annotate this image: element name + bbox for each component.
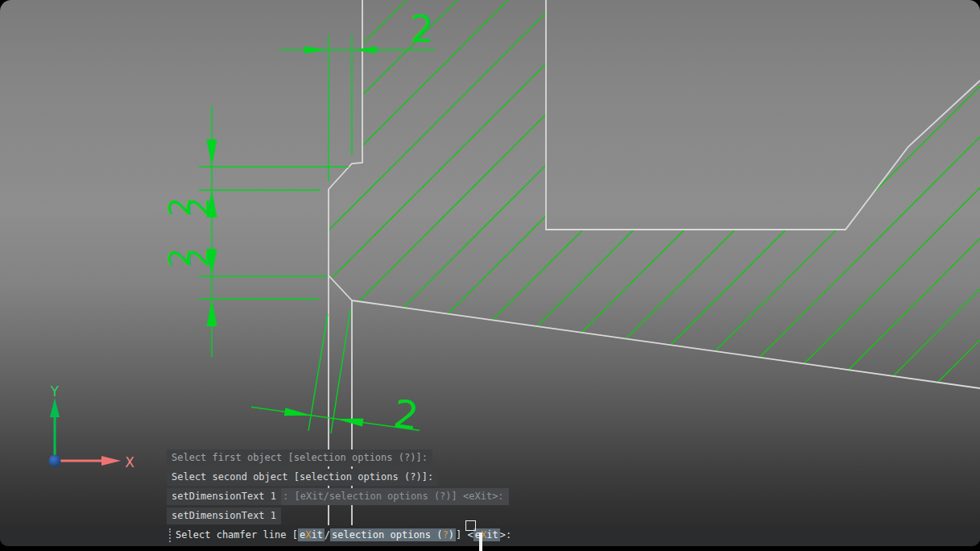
command-history-line: setDimensionText 1: [eXit/selection opti… bbox=[167, 488, 509, 505]
command-keyword-chip[interactable]: selection options (?) bbox=[330, 528, 456, 541]
command-window: Select first object [selection options (… bbox=[0, 0, 980, 546]
command-prompt-text: Select chamfer line [ bbox=[176, 529, 298, 541]
command-keyword-chip[interactable]: eXit bbox=[473, 528, 500, 541]
pickbox-cursor bbox=[465, 520, 476, 531]
command-history-text: Select first object [selection options (… bbox=[167, 450, 432, 466]
command-history-ghost-text: : [eXit/selection options (?)] <eXit>: bbox=[281, 488, 509, 505]
command-keyword-chip[interactable]: eXit bbox=[298, 528, 325, 541]
command-prompt-text: / bbox=[325, 529, 330, 541]
command-drag-handle-icon[interactable] bbox=[169, 528, 171, 542]
command-prompt-text: ] < bbox=[456, 529, 473, 541]
command-prompt[interactable]: Select chamfer line [eXit/selection opti… bbox=[176, 529, 511, 541]
command-keyword-accent: ? bbox=[443, 529, 449, 541]
command-history-text: setDimensionText 1 bbox=[167, 488, 281, 505]
command-keyword-accent: X bbox=[305, 529, 311, 541]
command-history-line: setDimensionText 1 bbox=[167, 508, 281, 524]
command-history-line: Select second object [selection options … bbox=[167, 469, 438, 486]
command-prompt-text: >: bbox=[500, 529, 511, 541]
command-history-text: setDimensionText 1 bbox=[167, 508, 281, 524]
command-history-line: Select first object [selection options (… bbox=[167, 450, 432, 466]
command-history-text: Select second object [selection options … bbox=[167, 469, 438, 486]
cad-window: 222222 YX Select first object [selection… bbox=[0, 0, 980, 546]
crosshair-cursor bbox=[479, 532, 482, 551]
